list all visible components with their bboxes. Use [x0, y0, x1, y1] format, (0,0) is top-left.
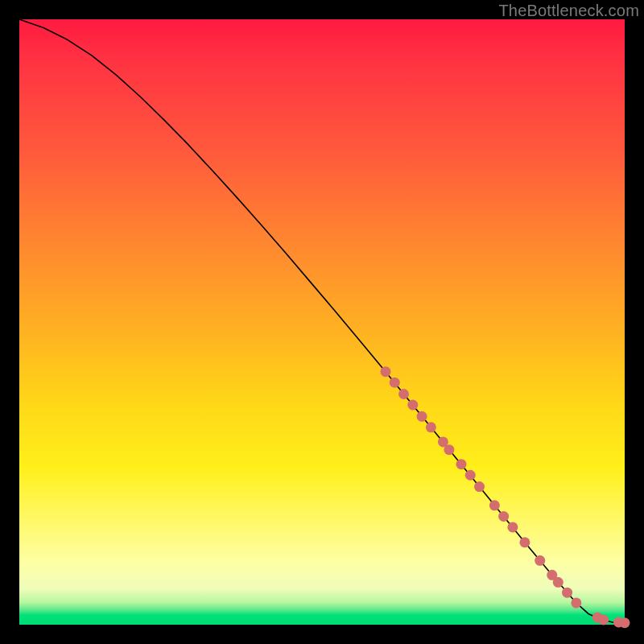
- curve-marker: [417, 411, 427, 422]
- watermark-text: TheBottleneck.com: [498, 2, 639, 20]
- curve-marker: [535, 555, 545, 566]
- curve-marker: [620, 617, 630, 628]
- curve-marker: [380, 366, 390, 377]
- curve-marker: [562, 588, 572, 598]
- curve-marker: [519, 537, 530, 547]
- curve-marker: [407, 400, 418, 411]
- chart-stage: TheBottleneck.com: [0, 0, 644, 644]
- curve-marker: [456, 459, 466, 469]
- curve-marker: [553, 577, 564, 588]
- plot-area: [19, 19, 625, 625]
- curve-marker: [390, 378, 400, 388]
- curve-marker: [489, 500, 500, 510]
- chart-overlay: [19, 19, 625, 625]
- curve-marker: [398, 389, 409, 399]
- curve-marker: [426, 422, 436, 432]
- curve-marker: [598, 614, 609, 625]
- curve-marker: [465, 470, 476, 481]
- curve-marker: [498, 511, 509, 522]
- curve-marker: [444, 444, 454, 455]
- curve-marker: [571, 597, 581, 608]
- curve-markers: [380, 366, 630, 628]
- curve-line: [19, 19, 625, 623]
- curve-marker: [507, 522, 518, 532]
- curve-marker: [474, 481, 485, 492]
